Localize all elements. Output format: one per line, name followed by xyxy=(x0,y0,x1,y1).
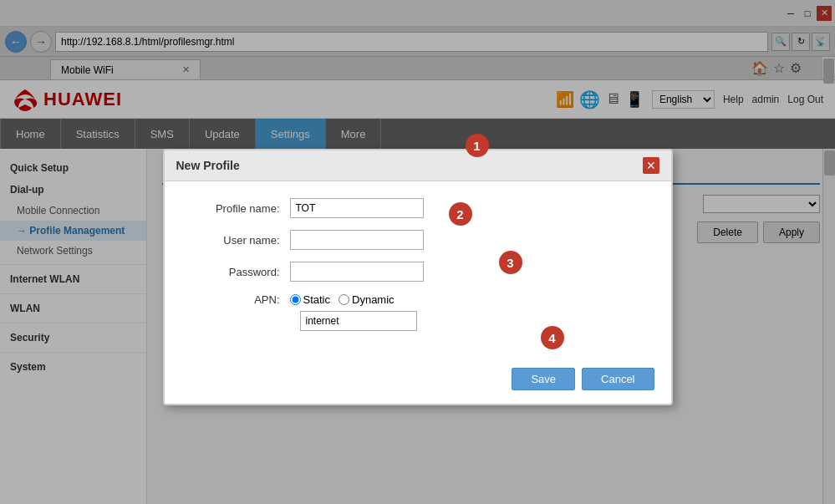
cancel-button[interactable]: Cancel xyxy=(582,368,654,390)
password-label: Password: xyxy=(190,266,290,278)
password-input[interactable] xyxy=(290,262,424,282)
new-profile-dialog: New Profile ✕ 1 Profile name: 2 User nam… xyxy=(163,149,673,405)
modal-header: New Profile ✕ xyxy=(165,150,671,181)
apn-radio-group: Static Dynamic xyxy=(290,293,395,306)
apn-dynamic-text: Dynamic xyxy=(352,293,395,306)
apn-dynamic-label[interactable]: Dynamic xyxy=(339,293,395,306)
apn-row: APN: Static Dynamic xyxy=(190,293,646,306)
modal-backdrop: New Profile ✕ 1 Profile name: 2 User nam… xyxy=(0,0,835,504)
user-name-label: User name: xyxy=(190,234,290,247)
apn-static-radio[interactable] xyxy=(290,294,301,305)
apn-value-input[interactable] xyxy=(300,311,417,331)
apn-input-row xyxy=(190,311,646,331)
apn-static-label[interactable]: Static xyxy=(290,293,331,306)
profile-name-label: Profile name: xyxy=(190,202,290,215)
profile-name-input[interactable] xyxy=(290,198,424,218)
modal-title: New Profile xyxy=(176,159,240,172)
user-name-input[interactable] xyxy=(290,230,424,250)
modal-body: Profile name: 2 User name: 3 Password: xyxy=(165,181,671,359)
apn-dynamic-radio[interactable] xyxy=(339,294,349,305)
password-row: Password: xyxy=(190,262,646,282)
user-name-row: User name: xyxy=(190,230,646,250)
save-button[interactable]: Save xyxy=(512,368,575,390)
modal-footer: Save Cancel xyxy=(165,359,671,404)
apn-label: APN: xyxy=(190,293,290,306)
modal-close-button[interactable]: ✕ xyxy=(643,157,659,174)
apn-static-text: Static xyxy=(303,293,331,306)
profile-name-row: Profile name: xyxy=(190,198,646,218)
